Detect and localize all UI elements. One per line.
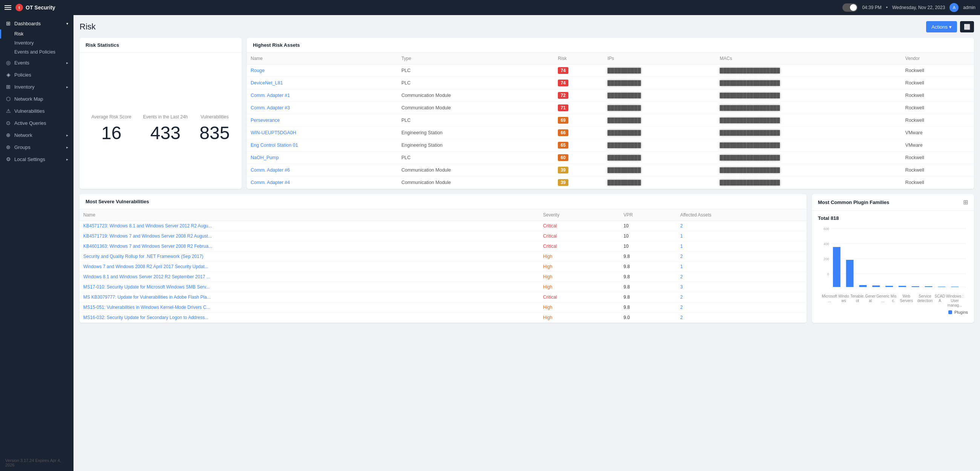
vuln-name-link[interactable]: MS15-051: Vulnerabilities in Windows Ker…	[83, 305, 210, 310]
vuln-assets: 2	[676, 272, 807, 282]
asset-name-link[interactable]: Eng Control Station 01	[251, 142, 298, 148]
risk-badge: 74	[558, 80, 568, 86]
grid-icon[interactable]: ⊞	[963, 199, 968, 206]
sidebar-dashboards[interactable]: ⊞ Dashboards ▾	[0, 18, 73, 29]
export-button[interactable]: ⬜	[960, 21, 974, 32]
asset-name-link[interactable]: Comm. Adapter #4	[251, 180, 290, 185]
asset-name-link[interactable]: Rouge	[251, 68, 265, 73]
bottom-row: Most Severe Vulnerabilities Name Severit…	[80, 194, 974, 323]
list-item: Windows 7 and Windows 2008 R2 April 2017…	[80, 262, 807, 272]
page-title: Risk	[80, 22, 96, 32]
asset-name-link[interactable]: Comm. Adapter #6	[251, 168, 290, 173]
vuln-name-link[interactable]: MS16-032: Security Update for Secondary …	[83, 315, 208, 320]
risk-badge: 66	[558, 129, 568, 136]
asset-macs: ██████████████████	[716, 64, 902, 77]
highest-risk-assets-card: Highest Risk Assets Name Type Risk IPs M…	[247, 38, 974, 189]
vuln-name: Windows 7 and Windows 2008 R2 April 2017…	[80, 262, 539, 272]
chart-area: 600 400 200 0	[818, 225, 968, 293]
asset-vendor: Rockwell	[902, 64, 974, 77]
sidebar-item-inventory-dash[interactable]: Inventory	[0, 38, 73, 48]
list-item: MS KB3079777: Update for Vulnerabilities…	[80, 292, 807, 302]
asset-name-link[interactable]: DeviceNet_L81	[251, 80, 283, 86]
asset-ips: ██████████	[604, 77, 716, 89]
risk-badge: 39	[558, 167, 568, 174]
sidebar-item-inventory[interactable]: ⊞ Inventory ▸	[0, 81, 73, 93]
col-name: Name	[247, 53, 398, 64]
vuln-assets-link[interactable]: 1	[680, 233, 683, 239]
svg-rect-18	[925, 286, 932, 287]
vuln-assets-link[interactable]: 2	[680, 254, 683, 259]
sidebar-item-network[interactable]: ⊕ Network ▸	[0, 129, 73, 141]
label-windows: Windows	[837, 294, 850, 308]
vuln-assets: 1	[676, 241, 807, 252]
sidebar-item-groups[interactable]: ⊛ Groups ▸	[0, 141, 73, 153]
sidebar-item-vulnerabilities[interactable]: ⚠ Vulnerabilities	[0, 105, 73, 117]
vuln-assets-link[interactable]: 1	[680, 264, 683, 269]
vuln-name-link[interactable]: MS17-010: Security Update for Microsoft …	[83, 284, 210, 290]
vuln-name-link[interactable]: Windows 8.1 and Windows Server 2012 R2 S…	[83, 274, 210, 279]
theme-toggle[interactable]	[842, 3, 858, 12]
vuln-assets-link[interactable]: 2	[680, 223, 683, 228]
asset-vendor: Rockwell	[902, 114, 974, 127]
legend-label: Plugins	[955, 310, 968, 315]
list-item: KB4601363: Windows 7 and Windows Server …	[80, 241, 807, 252]
chevron-right-icon2: ▸	[66, 85, 68, 89]
svg-rect-17	[912, 286, 919, 287]
vulnerabilities-icon: ⚠	[5, 108, 11, 114]
chevron-right-icon: ▸	[66, 61, 68, 65]
sidebar-item-local-settings[interactable]: ⚙ Local Settings ▸	[0, 153, 73, 165]
asset-name-link[interactable]: NaOH_Pump	[251, 155, 278, 160]
vuln-name-link[interactable]: KB4571723: Windows 8.1 and Windows Serve…	[83, 223, 212, 228]
asset-ips: ██████████	[604, 127, 716, 139]
asset-name: NaOH_Pump	[247, 152, 398, 164]
sidebar-item-policies[interactable]: ◈ Policies	[0, 69, 73, 81]
chevron-right-icon4: ▸	[66, 145, 68, 149]
risk-stats-title: Risk Statistics	[80, 38, 242, 53]
asset-name-link[interactable]: Comm. Adapter #3	[251, 105, 290, 110]
hamburger-menu[interactable]	[5, 5, 11, 10]
sidebar-item-events[interactable]: ◎ Events ▸	[0, 57, 73, 69]
svg-text:600: 600	[824, 227, 829, 231]
vuln-severity: High	[539, 302, 620, 313]
vuln-vpr: 9.8	[620, 252, 676, 262]
vuln-name: Security and Quality Rollup for .NET Fra…	[80, 252, 539, 262]
asset-name-link[interactable]: Perseverance	[251, 118, 280, 123]
plugin-inner: Total 818 600 400 200	[812, 211, 974, 319]
asset-name: Rouge	[247, 64, 398, 77]
vuln-assets-link[interactable]: 2	[680, 274, 683, 279]
risk-badge: 60	[558, 154, 568, 161]
vulnerabilities-card: Most Severe Vulnerabilities Name Severit…	[80, 194, 807, 323]
vuln-assets-link[interactable]: 2	[680, 305, 683, 310]
asset-name-link[interactable]: WIN-UEUPT5DGA0H	[251, 130, 296, 136]
asset-risk: 66	[554, 127, 604, 139]
vuln-name-link[interactable]: Windows 7 and Windows 2008 R2 April 2017…	[83, 264, 208, 269]
sidebar-item-network-map[interactable]: ⬡ Network Map	[0, 93, 73, 105]
vuln-assets-link[interactable]: 3	[680, 284, 683, 290]
sidebar-item-risk[interactable]: Risk	[0, 29, 73, 38]
label-web: Web Servers	[897, 294, 916, 308]
vuln-name-link[interactable]: KB4571719: Windows 7 and Windows Server …	[83, 233, 212, 239]
label-winuser: Windows : User manag...	[945, 294, 964, 308]
vuln-name-link[interactable]: KB4601363: Windows 7 and Windows Server …	[83, 244, 212, 249]
asset-macs: ██████████████████	[716, 89, 902, 102]
vuln-name-link[interactable]: MS KB3079777: Update for Vulnerabilities…	[83, 294, 211, 300]
export-icon: ⬜	[964, 24, 970, 30]
vuln-assets-link[interactable]: 1	[680, 244, 683, 249]
vuln-vpr: 9.8	[620, 262, 676, 272]
asset-macs: ██████████████████	[716, 77, 902, 89]
sidebar-item-active-queries[interactable]: ⊙ Active Queries	[0, 117, 73, 129]
chevron-right-icon3: ▸	[66, 133, 68, 137]
vuln-assets-link[interactable]: 2	[680, 315, 683, 320]
vuln-assets-link[interactable]: 2	[680, 294, 683, 300]
user-avatar[interactable]: A	[950, 3, 959, 12]
col-type: Type	[398, 53, 554, 64]
vuln-name-link[interactable]: Security and Quality Rollup for .NET Fra…	[83, 254, 204, 259]
events-stat: Events in the Last 24h 433	[143, 114, 188, 143]
risk-badge: 65	[558, 142, 568, 148]
vuln-assets: 2	[676, 313, 807, 323]
sidebar-events-label: Events	[14, 60, 29, 65]
actions-button[interactable]: Actions ▾	[926, 21, 957, 32]
sidebar-item-events-policies[interactable]: Events and Policies	[0, 48, 73, 57]
asset-name-link[interactable]: Comm. Adapter #1	[251, 93, 290, 98]
vuln-name: MS KB3079777: Update for Vulnerabilities…	[80, 292, 539, 302]
